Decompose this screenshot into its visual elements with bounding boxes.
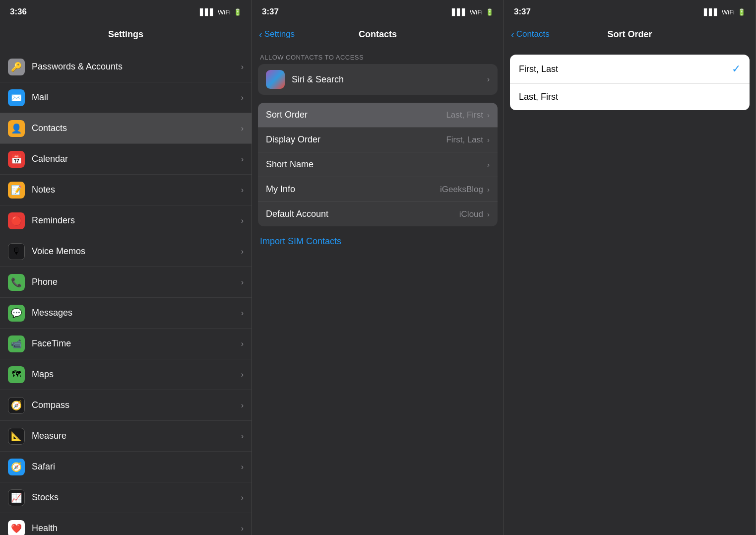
phone-icon: 📞 [8,274,25,291]
siri-row[interactable]: Siri & Search › [258,64,498,95]
default-account-value: iCloud [459,209,483,219]
contacts-row-default-account[interactable]: Default Account iCloud › [258,202,498,226]
mail-label: Mail [32,92,241,103]
default-account-label: Default Account [266,209,459,219]
default-account-chevron-icon: › [487,210,490,218]
settings-title: Settings [108,29,143,40]
time-1: 3:36 [10,7,27,17]
settings-item-phone[interactable]: 📞 Phone › [0,267,252,298]
signal-icon-3: ▋▋▋ [704,8,719,16]
settings-item-passwords[interactable]: 🔑 Passwords & Accounts › [0,52,252,82]
facetime-label: FaceTime [32,338,241,349]
contacts-row-my-info[interactable]: My Info iGeeksBlog › [258,177,498,202]
settings-list: 🔑 Passwords & Accounts › ✉️ Mail › 👤 Con… [0,47,252,535]
settings-panel: 3:36 ▋▋▋ WiFi 🔋 Settings 🔑 Passwords & A… [0,0,252,535]
sort-option-first-last[interactable]: First, Last ✓ [510,55,750,84]
siri-label: Siri & Search [292,74,487,85]
contacts-back-button[interactable]: ‹ Settings [259,29,295,39]
settings-item-facetime[interactable]: 📹 FaceTime › [0,329,252,359]
wifi-icon-3: WiFi [722,8,735,16]
phone-label: Phone [32,277,241,287]
settings-item-messages[interactable]: 💬 Messages › [0,298,252,329]
maps-chevron-icon: › [241,370,244,379]
measure-chevron-icon: › [241,432,244,441]
settings-item-maps[interactable]: 🗺 Maps › [0,359,252,390]
contacts-back-label: Settings [264,29,295,39]
my-info-label: My Info [266,184,440,195]
settings-item-contacts[interactable]: 👤 Contacts › [0,113,252,144]
reminders-chevron-icon: › [241,216,244,225]
passwords-chevron-icon: › [241,63,244,71]
settings-item-calendar[interactable]: 📅 Calendar › [0,144,252,175]
messages-icon: 💬 [8,305,25,322]
my-info-chevron-icon: › [487,185,490,194]
first-last-check-icon: ✓ [732,63,741,75]
contacts-label: Contacts [32,123,241,134]
calendar-chevron-icon: › [241,155,244,164]
phone-chevron-icon: › [241,278,244,287]
facetime-chevron-icon: › [241,339,244,348]
safari-label: Safari [32,462,241,472]
settings-item-stocks[interactable]: 📈 Stocks › [0,482,252,513]
settings-item-mail[interactable]: ✉️ Mail › [0,82,252,113]
signal-icon-2: ▋▋▋ [452,8,467,16]
notes-icon: 📝 [8,182,25,199]
status-bar-2: 3:37 ▋▋▋ WiFi 🔋 [252,0,504,22]
settings-item-health[interactable]: ❤️ Health › [0,513,252,535]
contacts-panel: 3:37 ▋▋▋ WiFi 🔋 ‹ Settings Contacts ALLO… [252,0,504,535]
siri-icon [266,70,285,89]
battery-icon-2: 🔋 [486,8,494,16]
sort-option-last-first[interactable]: Last, First [510,84,750,110]
contacts-row-display-order[interactable]: Display Order First, Last › [258,128,498,152]
settings-item-notes[interactable]: 📝 Notes › [0,175,252,205]
import-sim-button[interactable]: Import SIM Contacts [252,226,504,257]
voicememos-icon: 🎙 [8,243,25,260]
sort-order-back-button[interactable]: ‹ Contacts [511,29,550,39]
compass-icon: 🧭 [8,397,25,414]
status-icons-1: ▋▋▋ WiFi 🔋 [200,8,242,16]
sort-order-group: First, Last ✓ Last, First [510,55,750,110]
sort-order-value: Last, First [446,110,483,120]
back-chevron-icon-3: ‹ [511,29,514,39]
first-last-label: First, Last [519,64,732,74]
stocks-label: Stocks [32,492,241,503]
passwords-label: Passwords & Accounts [32,62,241,72]
display-order-chevron-icon: › [487,135,490,144]
measure-label: Measure [32,431,241,441]
contacts-row-sort-order[interactable]: Sort Order Last, First › [258,103,498,128]
voicememos-label: Voice Memos [32,246,241,257]
settings-item-voicememos[interactable]: 🎙 Voice Memos › [0,236,252,267]
messages-label: Messages [32,308,241,318]
time-3: 3:37 [514,7,531,17]
settings-item-compass[interactable]: 🧭 Compass › [0,390,252,421]
wifi-icon: WiFi [218,8,231,16]
settings-item-reminders[interactable]: 🔴 Reminders › [0,205,252,236]
health-icon: ❤️ [8,520,25,535]
contacts-icon: 👤 [8,120,25,137]
my-info-value: iGeeksBlog [440,185,483,195]
contacts-row-short-name[interactable]: Short Name › [258,152,498,177]
health-chevron-icon: › [241,524,244,533]
measure-icon: 📐 [8,428,25,445]
maps-icon: 🗺 [8,366,25,383]
safari-chevron-icon: › [241,463,244,471]
siri-chevron-icon: › [487,75,490,84]
settings-item-measure[interactable]: 📐 Measure › [0,421,252,452]
reminders-label: Reminders [32,215,241,226]
reminders-icon: 🔴 [8,212,25,229]
health-label: Health [32,523,241,534]
sort-order-chevron-icon: › [487,111,490,119]
settings-item-safari[interactable]: 🧭 Safari › [0,452,252,482]
sort-order-back-label: Contacts [516,29,550,39]
contacts-section-header: ALLOW CONTACTS TO ACCESS [252,47,504,64]
passwords-icon: 🔑 [8,59,25,75]
compass-label: Compass [32,400,241,410]
last-first-label: Last, First [519,92,741,102]
short-name-label: Short Name [266,159,487,170]
back-chevron-icon: ‹ [259,29,262,39]
mail-icon: ✉️ [8,89,25,106]
sort-order-title: Sort Order [607,29,652,40]
stocks-chevron-icon: › [241,493,244,502]
time-2: 3:37 [262,7,279,17]
signal-icon: ▋▋▋ [200,8,215,16]
